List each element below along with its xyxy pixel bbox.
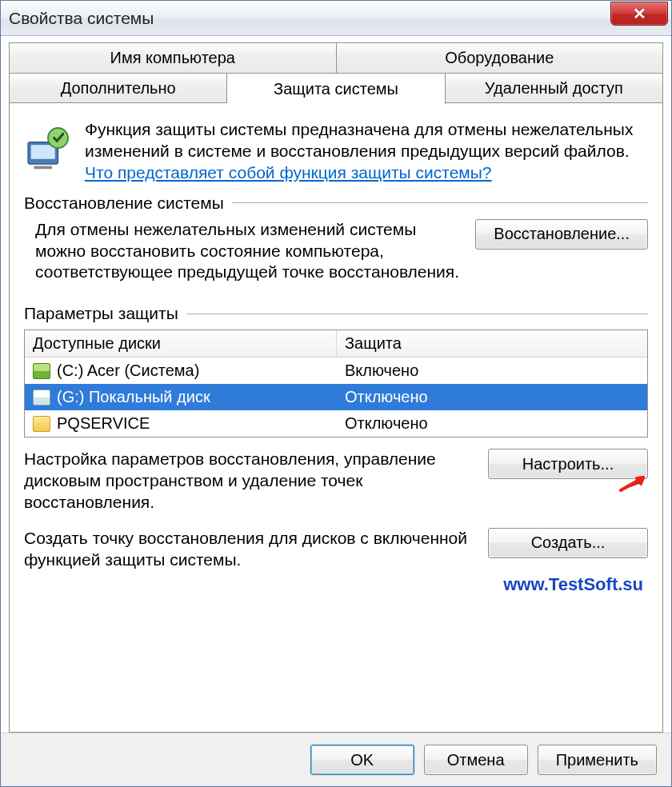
drive-name: PQSERVICE bbox=[57, 414, 150, 433]
window-title: Свойства системы bbox=[9, 9, 154, 28]
system-protection-icon bbox=[24, 124, 72, 172]
drives-list: Доступные диски Защита (C:) Acer (Систем… bbox=[24, 330, 648, 437]
close-icon: ✕ bbox=[633, 4, 646, 23]
create-button[interactable]: Создать... bbox=[488, 528, 648, 558]
tab-panel-system-protection: Функция защиты системы предназначена для… bbox=[9, 102, 663, 733]
tab-remote[interactable]: Удаленный доступ bbox=[446, 73, 663, 103]
dialog-content: Имя компьютера Оборудование Дополнительн… bbox=[1, 36, 671, 733]
create-description: Создать точку восстановления для дисков … bbox=[24, 528, 475, 571]
drive-status: Отключено bbox=[337, 386, 647, 408]
restore-button[interactable]: Восстановление... bbox=[475, 219, 648, 250]
col-available-drives[interactable]: Доступные диски bbox=[25, 330, 337, 357]
titlebar[interactable]: Свойства системы ✕ bbox=[1, 1, 671, 36]
help-link[interactable]: Что представляет собой функция защиты си… bbox=[85, 163, 492, 182]
drive-icon bbox=[33, 416, 50, 432]
system-properties-window: Свойства системы ✕ Имя компьютера Оборуд… bbox=[0, 0, 672, 787]
tab-hardware[interactable]: Оборудование bbox=[337, 42, 664, 73]
group-restore-label: Восстановление системы bbox=[24, 194, 648, 213]
list-header: Доступные диски Защита bbox=[25, 330, 647, 358]
dialog-button-row: OK Отмена Применить bbox=[1, 733, 671, 786]
drive-name: (G:) Покальный диск bbox=[57, 388, 210, 406]
restore-description: Для отмены нежелательных изменений систе… bbox=[35, 219, 462, 284]
drive-icon bbox=[33, 363, 50, 379]
col-protection[interactable]: Защита bbox=[337, 330, 647, 357]
ok-button[interactable]: OK bbox=[310, 745, 414, 775]
tab-strip: Имя компьютера Оборудование Дополнительн… bbox=[9, 42, 663, 103]
svg-rect-2 bbox=[34, 166, 53, 170]
configure-button[interactable]: Настроить... bbox=[488, 449, 648, 479]
tab-system-protection[interactable]: Защита системы bbox=[227, 73, 445, 105]
configure-description: Настройка параметров восстановления, упр… bbox=[24, 449, 475, 513]
drive-row[interactable]: (G:) Покальный дискОтключено bbox=[25, 384, 647, 410]
watermark-text: www.TestSoft.su bbox=[24, 574, 643, 595]
svg-rect-1 bbox=[31, 145, 55, 159]
apply-button[interactable]: Применить bbox=[538, 745, 657, 775]
intro-text: Функция защиты системы предназначена для… bbox=[85, 119, 648, 184]
group-protect-label: Параметры защиты bbox=[24, 304, 648, 323]
drive-status: Включено bbox=[337, 360, 647, 382]
drive-name: (C:) Acer (Система) bbox=[57, 362, 199, 380]
drive-status: Отключено bbox=[337, 413, 647, 434]
drive-icon bbox=[33, 390, 50, 405]
tab-computer-name[interactable]: Имя компьютера bbox=[9, 42, 337, 73]
drive-row[interactable]: (C:) Acer (Система)Включено bbox=[25, 358, 647, 384]
intro-block: Функция защиты системы предназначена для… bbox=[24, 119, 648, 184]
tab-advanced[interactable]: Дополнительно bbox=[9, 73, 227, 103]
drive-row[interactable]: PQSERVICEОтключено bbox=[25, 410, 647, 437]
close-button[interactable]: ✕ bbox=[610, 2, 668, 26]
cancel-button[interactable]: Отмена bbox=[424, 745, 528, 775]
